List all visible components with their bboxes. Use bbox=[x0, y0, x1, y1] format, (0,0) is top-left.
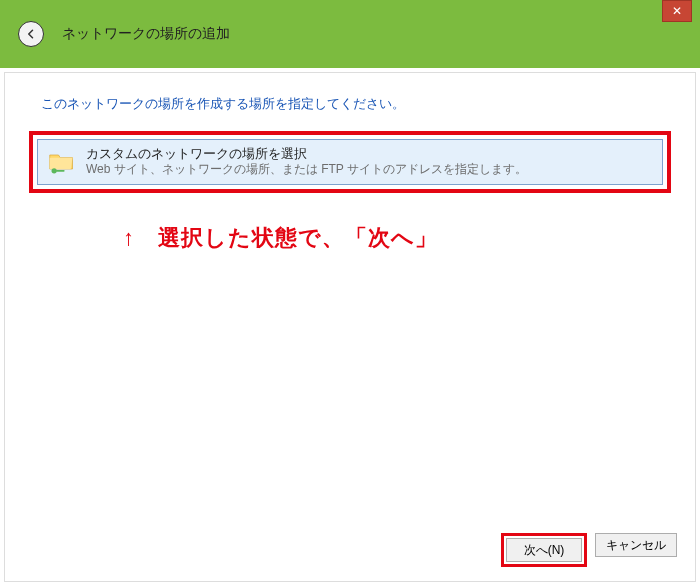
window-title: ネットワークの場所の追加 bbox=[62, 25, 230, 43]
instruction-text: このネットワークの場所を作成する場所を指定してください。 bbox=[41, 95, 667, 113]
close-button[interactable]: ✕ bbox=[662, 0, 692, 22]
custom-network-location-option[interactable]: カスタムのネットワークの場所を選択 Web サイト、ネットワークの場所、または … bbox=[37, 139, 663, 185]
svg-rect-1 bbox=[56, 170, 65, 172]
option-texts: カスタムのネットワークの場所を選択 Web サイト、ネットワークの場所、または … bbox=[86, 146, 527, 178]
content-outer: このネットワークの場所を作成する場所を指定してください。 カスタムのネットワーク… bbox=[0, 68, 700, 586]
next-button[interactable]: 次へ(N) bbox=[506, 538, 582, 562]
back-button[interactable] bbox=[18, 21, 44, 47]
cancel-button[interactable]: キャンセル bbox=[595, 533, 677, 557]
option-description: Web サイト、ネットワークの場所、または FTP サイトのアドレスを指定します… bbox=[86, 162, 527, 178]
wizard-window: ネットワークの場所の追加 ✕ このネットワークの場所を作成する場所を指定してくだ… bbox=[0, 0, 700, 586]
folder-network-icon bbox=[48, 148, 76, 176]
content-area: このネットワークの場所を作成する場所を指定してください。 カスタムのネットワーク… bbox=[4, 72, 696, 582]
annotation-text: ↑ 選択した状態で、「次へ」 bbox=[123, 223, 667, 253]
footer-buttons: 次へ(N) キャンセル bbox=[501, 533, 677, 567]
option-title: カスタムのネットワークの場所を選択 bbox=[86, 146, 527, 162]
arrow-left-icon bbox=[25, 28, 37, 40]
close-icon: ✕ bbox=[672, 4, 682, 18]
annotation-highlight-box: カスタムのネットワークの場所を選択 Web サイト、ネットワークの場所、または … bbox=[29, 131, 671, 193]
titlebar: ネットワークの場所の追加 ✕ bbox=[0, 0, 700, 68]
annotation-highlight-next: 次へ(N) bbox=[501, 533, 587, 567]
